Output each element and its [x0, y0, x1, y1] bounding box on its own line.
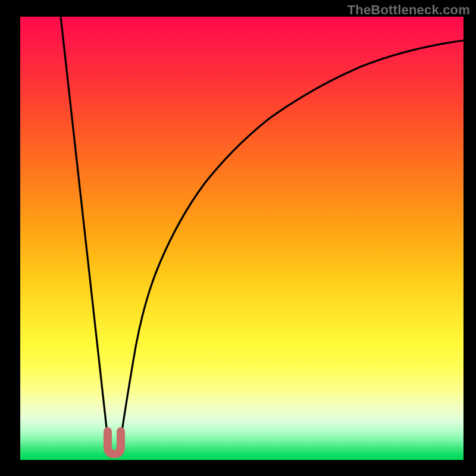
watermark-text: TheBottleneck.com: [347, 2, 470, 18]
chart-plot-area: [20, 17, 464, 460]
curve-right-branch: [120, 40, 464, 443]
trough-marker-icon: [108, 431, 121, 454]
bottleneck-curve: [20, 17, 464, 460]
curve-left-branch: [61, 17, 108, 443]
